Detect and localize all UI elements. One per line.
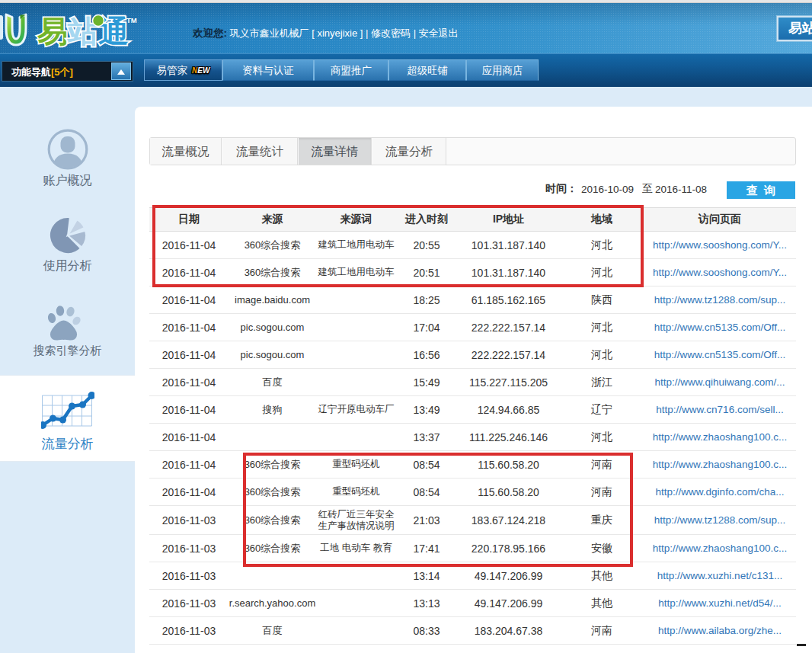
svg-text:TM: TM — [126, 16, 137, 24]
svg-text:易站通: 易站通 — [37, 14, 129, 48]
